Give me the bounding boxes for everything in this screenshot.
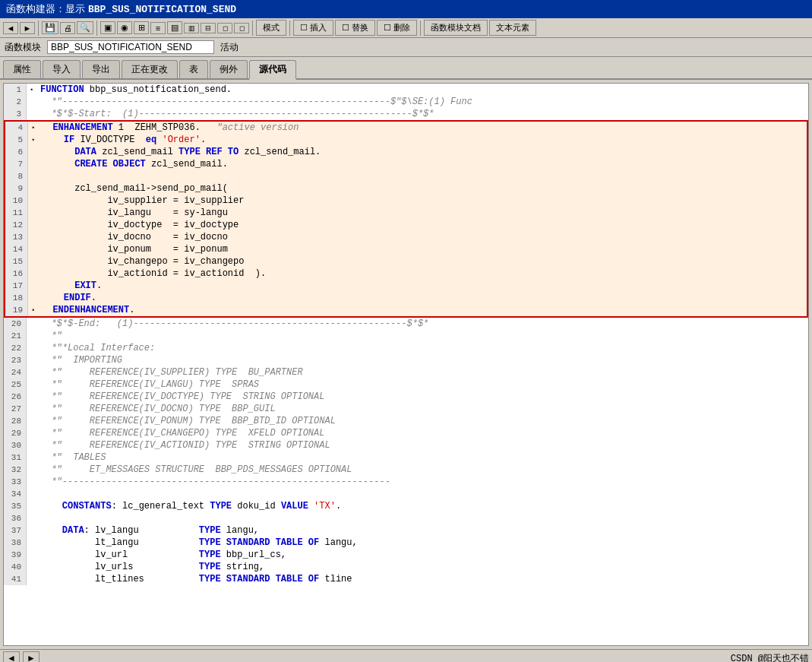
line-number: 33 <box>4 476 27 488</box>
line-content: ENHANCEMENT 1 ZEHM_STP036. "active versi… <box>39 122 807 134</box>
b5-button[interactable]: ▤ <box>167 21 182 34</box>
tab-table[interactable]: 表 <box>179 60 208 78</box>
line-marker <box>27 108 37 120</box>
separator-5 <box>420 21 421 36</box>
line-marker <box>28 292 39 304</box>
line-number: 13 <box>5 231 28 243</box>
nav-left-button[interactable]: ◄ <box>3 651 20 662</box>
code-content: 1▪FUNCTION bbp_sus_notification_send.2 *… <box>4 84 808 585</box>
line-number: 37 <box>4 524 27 537</box>
line-number: 5 <box>5 134 28 146</box>
line-marker <box>28 158 39 170</box>
tab-source[interactable]: 源代码 <box>249 60 296 80</box>
line-number: 26 <box>4 391 27 403</box>
text-elem-button[interactable]: 文本元素 <box>489 20 536 36</box>
code-line-2: 2 *"------------------------------------… <box>4 96 808 108</box>
line-number: 15 <box>5 255 28 268</box>
line-content: FUNCTION bbp_sus_notification_send. <box>37 84 808 96</box>
replace-button[interactable]: ☐ 替换 <box>335 20 375 36</box>
line-marker <box>27 330 37 342</box>
line-number: 8 <box>5 170 28 182</box>
line-number: 3 <box>4 108 27 120</box>
b3-button[interactable]: ⊞ <box>134 21 149 34</box>
line-marker <box>27 96 37 108</box>
line-content: *" REFERENCE(IV_DOCTYPE) TYPE STRING OPT… <box>37 391 808 403</box>
tab-exception[interactable]: 例外 <box>210 60 248 78</box>
b8-button[interactable]: ◻ <box>217 23 232 33</box>
tab-import[interactable]: 导入 <box>43 60 81 78</box>
line-marker <box>28 231 39 243</box>
line-marker <box>27 403 37 415</box>
b7-button[interactable]: ⊟ <box>201 23 216 33</box>
separator-2 <box>96 21 97 36</box>
line-marker: ▪ <box>28 304 39 316</box>
line-number: 24 <box>4 366 27 379</box>
back-button[interactable]: ◄ <box>3 22 18 34</box>
b9-button[interactable]: ◻ <box>234 23 249 33</box>
line-number: 2 <box>4 96 27 108</box>
line-marker <box>27 451 37 464</box>
code-line-21: 21 *" <box>4 330 808 342</box>
line-content: lv_url TYPE bbp_url_cs, <box>37 549 808 561</box>
line-marker <box>28 243 39 255</box>
code-line-40: 40 lv_urls TYPE string, <box>4 561 808 573</box>
line-content: *" TABLES <box>37 451 808 464</box>
toolbar: ◄ ► 💾 🖨 🔍 ▣ ◉ ⊞ ≡ ▤ ▥ ⊟ ◻ ◻ 模式 ☐ 插入 ☐ 替换… <box>0 18 812 38</box>
mode-button[interactable]: 模式 <box>256 20 286 36</box>
separator-3 <box>252 21 253 36</box>
line-marker <box>28 170 39 182</box>
line-number: 30 <box>4 439 27 451</box>
line-content: IF IV_DOCTYPE eq 'Order'. <box>39 134 807 146</box>
b4-button[interactable]: ≡ <box>150 22 166 34</box>
line-number: 16 <box>5 268 28 280</box>
line-marker <box>27 354 37 366</box>
line-marker: ▪ <box>28 122 39 134</box>
line-number: 31 <box>4 451 27 464</box>
print-button[interactable]: 🖨 <box>60 22 75 34</box>
line-content: iv_actionid = iv_actionid ). <box>39 268 807 280</box>
tab-export[interactable]: 导出 <box>82 60 120 78</box>
title-prefix: 函数构建器：显示 <box>6 2 85 16</box>
code-editor[interactable]: 1▪FUNCTION bbp_sus_notification_send.2 *… <box>3 83 809 646</box>
nav-right-button[interactable]: ► <box>23 651 39 662</box>
tab-changing[interactable]: 正在更改 <box>122 60 178 78</box>
line-content: *" REFERENCE(IV_PONUM) TYPE BBP_BTD_ID O… <box>37 415 808 427</box>
line-number: 32 <box>4 464 27 476</box>
line-marker <box>27 573 37 585</box>
code-line-35: 35 CONSTANTS: lc_general_text TYPE doku_… <box>4 500 808 512</box>
line-content: DATA: lv_langu TYPE langu, <box>37 524 808 537</box>
func-module-value[interactable] <box>47 40 214 54</box>
find-button[interactable]: 🔍 <box>77 21 93 34</box>
line-marker <box>28 268 39 280</box>
b6-button[interactable]: ▥ <box>184 23 199 33</box>
b2-button[interactable]: ◉ <box>117 21 132 34</box>
line-number: 35 <box>4 500 27 512</box>
code-line-9: 9 zcl_send_mail->send_po_mail( <box>4 182 808 195</box>
line-content <box>39 170 807 182</box>
save-button[interactable]: 💾 <box>42 21 58 34</box>
func-doc-button[interactable]: 函数模块文档 <box>424 20 488 36</box>
line-content: *" <box>37 330 808 342</box>
code-line-4: 4▪ ENHANCEMENT 1 ZEHM_STP036. "active ve… <box>4 120 808 134</box>
insert-button[interactable]: ☐ 插入 <box>293 20 333 36</box>
line-marker <box>28 146 39 158</box>
code-line-12: 12 iv_doctype = iv_doctype <box>4 219 808 231</box>
forward-button[interactable]: ► <box>20 22 35 34</box>
b1-button[interactable]: ▣ <box>100 21 115 34</box>
tab-attr[interactable]: 属性 <box>3 60 41 78</box>
code-line-7: 7 CREATE OBJECT zcl_send_mail. <box>4 158 808 170</box>
line-content: *$*$-Start: (1)-------------------------… <box>37 108 808 120</box>
line-marker <box>27 476 37 488</box>
line-number: 20 <box>4 318 27 330</box>
line-content <box>37 512 808 524</box>
line-content: CONSTANTS: lc_general_text TYPE doku_id … <box>37 500 808 512</box>
line-content: iv_supplier = iv_supplier <box>39 195 807 207</box>
line-content: *" REFERENCE(IV_LANGU) TYPE SPRAS <box>37 379 808 391</box>
tab-bar: 属性 导入 导出 正在更改 表 例外 源代码 <box>0 57 812 80</box>
line-marker <box>27 342 37 354</box>
code-line-22: 22 *"*Local Interface: <box>4 342 808 354</box>
line-number: 6 <box>5 146 28 158</box>
line-content: *" REFERENCE(IV_ACTIONID) TYPE STRING OP… <box>37 439 808 451</box>
line-marker <box>27 464 37 476</box>
delete-button[interactable]: ☐ 删除 <box>377 20 417 36</box>
